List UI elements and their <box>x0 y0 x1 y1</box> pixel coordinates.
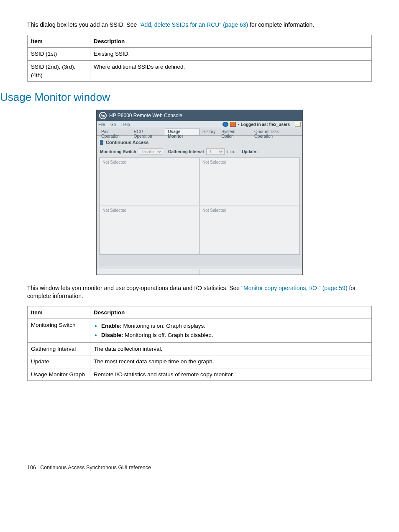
panel-br: Not Selected <box>200 206 299 254</box>
monitoring-switch-label: Monitoring Switch <box>100 149 136 154</box>
tab-history[interactable]: History <box>200 128 218 135</box>
update-label: Update : <box>242 149 258 154</box>
tab-quorum-disk[interactable]: Quorum Disk Operation <box>251 128 301 135</box>
gi-unit: min. <box>227 149 235 154</box>
page-number: 106 <box>27 465 36 470</box>
menu-items: File Go Help <box>98 122 134 127</box>
cell-item: Update <box>28 355 90 368</box>
window-title: HP P9000 Remote Web Console <box>109 113 182 118</box>
table-row: Update The most recent data sample time … <box>28 355 372 368</box>
gathering-interval-select[interactable]: 1 <box>206 148 225 155</box>
cell-desc: The most recent data sample time on the … <box>90 355 372 368</box>
cell-item: SSID (1st) <box>28 48 90 61</box>
continuous-access-title: Continuous Access <box>100 140 299 145</box>
menu-help[interactable]: Help <box>121 122 130 127</box>
tab-row: Pair Operation RCU Operation Usage Monit… <box>97 128 302 136</box>
cell-desc: The data collection interval. <box>90 342 372 355</box>
table-row: Usage Monitor Graph Remote I/O statistic… <box>28 368 372 381</box>
gathering-interval-label: Gathering Interval <box>168 149 204 154</box>
tab-system-option[interactable]: System Option <box>218 128 251 135</box>
dropdown-icon[interactable]: ▾ <box>238 123 239 126</box>
table-row: SSID (1st) Existing SSID. <box>28 48 372 61</box>
table-row: Monitoring Switch Enable: Monitoring is … <box>28 319 372 342</box>
cell-desc: Existing SSID. <box>90 48 372 61</box>
intro-pre: This dialog box lets you add an SSID. Se… <box>27 21 138 28</box>
globe-icon[interactable] <box>223 122 228 127</box>
cell-desc: Where additional SSIDs are defined. <box>90 61 372 82</box>
table-row: SSID (2nd), (3rd), (4th) Where additiona… <box>28 61 372 82</box>
page-footer: 106 Continuous Access Synchronous GUI re… <box>27 465 372 470</box>
tab-usage-monitor[interactable]: Usage Monitor <box>165 128 200 135</box>
cards-icon[interactable] <box>230 122 236 127</box>
panel-bl: Not Selected <box>100 206 200 254</box>
list-item: Disable: Monitoring is off. Graph is dis… <box>101 331 368 339</box>
panel-tl: Not Selected <box>100 158 200 206</box>
usage-monitor-table: Item Description Monitoring Switch Enabl… <box>27 306 372 381</box>
list-item: Enable: Monitoring is on. Graph displays… <box>101 322 368 330</box>
shot-footer-blank <box>99 254 300 266</box>
intro2-pre: This window lets you monitor and use cop… <box>27 285 241 291</box>
ssid-table: Item Description SSID (1st) Existing SSI… <box>27 35 372 82</box>
tab-pair-operation[interactable]: Pair Operation <box>98 128 131 135</box>
cell-desc: Enable: Monitoring is on. Graph displays… <box>90 319 372 342</box>
cell-item: SSID (2nd), (3rd), (4th) <box>28 61 90 82</box>
intro2-link[interactable]: "Monitor copy operations, I/O " (page 59… <box>241 285 348 291</box>
menubar: File Go Help ▾ Logged in as: flex_users <box>97 121 302 128</box>
footer-text: Continuous Access Synchronous GUI refere… <box>40 465 151 470</box>
shot-body: Continuous Access Monitoring Switch Disa… <box>97 136 302 269</box>
intro-post: for complete information. <box>248 21 314 28</box>
cell-item: Gathering Interval <box>28 342 90 355</box>
monitoring-switch-select[interactable]: Disable <box>139 148 163 155</box>
cell-item: Monitoring Switch <box>28 319 90 342</box>
menu-file[interactable]: File <box>98 122 105 127</box>
th-desc: Description <box>90 35 372 48</box>
window-titlebar: hp HP P9000 Remote Web Console <box>97 110 302 121</box>
cell-desc: Remote I/O statistics and status of remo… <box>90 368 372 381</box>
intro2-paragraph: This window lets you monitor and use cop… <box>27 284 372 300</box>
table-row: Gathering Interval The data collection i… <box>28 342 372 355</box>
th-desc: Description <box>90 306 372 319</box>
panel-tr: Not Selected <box>200 158 299 206</box>
note-icon[interactable] <box>295 122 301 127</box>
th-item: Item <box>28 35 90 48</box>
th-item: Item <box>28 306 90 319</box>
toolbar: Monitoring Switch Disable Gathering Inte… <box>100 148 299 155</box>
panel-grid: Not Selected Not Selected Not Selected N… <box>99 157 300 254</box>
login-text: Logged in as: flex_users <box>241 122 290 127</box>
menu-go[interactable]: Go <box>110 122 116 127</box>
cell-item: Usage Monitor Graph <box>28 368 90 381</box>
section-heading: Usage Monitor window <box>0 91 372 104</box>
status-bar <box>97 269 302 275</box>
tab-rcu-operation[interactable]: RCU Operation <box>131 128 165 135</box>
hp-logo-icon: hp <box>99 112 107 119</box>
intro-paragraph: This dialog box lets you add an SSID. Se… <box>27 21 372 29</box>
screenshot: hp HP P9000 Remote Web Console File Go H… <box>96 110 303 275</box>
intro-link[interactable]: "Add, delete SSIDs for an RCU" (page 63) <box>138 21 248 28</box>
